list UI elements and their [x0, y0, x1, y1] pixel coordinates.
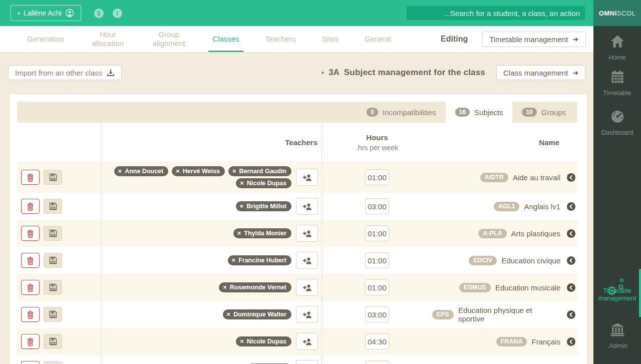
- save-subject-button[interactable]: [44, 361, 62, 364]
- chevron-left-icon[interactable]: [567, 283, 575, 292]
- hours-input[interactable]: [365, 198, 389, 214]
- save-subject-button[interactable]: [44, 199, 62, 214]
- chevron-left-icon[interactable]: [567, 229, 575, 238]
- name-column-header: Name: [432, 123, 577, 162]
- remove-teacher-icon[interactable]: ×: [227, 310, 231, 318]
- save-subject-button[interactable]: [44, 170, 62, 185]
- nav-tab-generation[interactable]: Generation: [14, 26, 77, 52]
- delete-subject-button[interactable]: [21, 280, 40, 295]
- save-subject-button[interactable]: [44, 334, 62, 349]
- currency-icon[interactable]: $: [94, 9, 104, 18]
- save-subject-button[interactable]: [44, 280, 62, 295]
- sidebar-item-timetable[interactable]: Timetable: [593, 70, 641, 97]
- nav-tab-group-alignment[interactable]: Group alignment: [138, 26, 199, 52]
- delete-subject-button[interactable]: [21, 226, 40, 241]
- save-icon: [49, 310, 57, 318]
- remove-teacher-icon[interactable]: ×: [240, 337, 244, 345]
- remove-teacher-icon[interactable]: ×: [237, 229, 241, 237]
- hours-input[interactable]: [365, 279, 389, 295]
- delete-subject-button[interactable]: [21, 334, 40, 349]
- teacher-tag[interactable]: ×Anne Doucet: [114, 166, 169, 176]
- chevron-left-icon[interactable]: [567, 202, 575, 211]
- delete-subject-button[interactable]: [21, 361, 40, 364]
- nav-tab-classes[interactable]: Classes: [199, 26, 252, 52]
- remove-teacher-icon[interactable]: ×: [232, 167, 236, 175]
- teacher-tag[interactable]: ×Francine Hubert: [228, 255, 291, 265]
- save-subject-button[interactable]: [44, 253, 62, 268]
- save-icon: [49, 283, 57, 291]
- class-management-button[interactable]: Class management ➔: [496, 65, 585, 80]
- teacher-tags: ×Rosemonde Vernet: [219, 282, 291, 292]
- sidebar-item-home[interactable]: Home: [593, 35, 641, 62]
- nav-tab-hour-allocation[interactable]: Hour allocation: [77, 26, 138, 52]
- bank-icon: [610, 323, 625, 338]
- arrow-right-icon: ➔: [572, 35, 578, 43]
- user-menu-button[interactable]: ▾ Lallène Achi: [11, 5, 81, 21]
- sidebar-item-timetable-management[interactable]: ⚙⚙⚙ Timetable management: [593, 269, 641, 317]
- module-nav-bar: GenerationHour allocationGroup alignment…: [0, 26, 593, 53]
- delete-subject-button[interactable]: [21, 307, 40, 322]
- nav-tab-teachers[interactable]: Teachers: [252, 26, 309, 52]
- tab-subjects[interactable]: 16 Subjects: [446, 102, 513, 123]
- add-teacher-button[interactable]: [296, 279, 318, 296]
- hours-input[interactable]: [365, 169, 389, 185]
- tab-incompatibilities[interactable]: 0 Incompatibilities: [357, 102, 445, 123]
- remove-teacher-icon[interactable]: ×: [240, 202, 244, 210]
- add-teacher-button[interactable]: [296, 169, 318, 186]
- class-select-caret-icon[interactable]: ▾: [322, 70, 325, 76]
- add-user-icon: [302, 310, 312, 319]
- delete-subject-button[interactable]: [21, 253, 40, 268]
- teacher-name: Bernard Gaudin: [239, 168, 286, 175]
- save-subject-button[interactable]: [44, 307, 62, 322]
- hours-input[interactable]: [365, 306, 389, 322]
- save-subject-button[interactable]: [44, 226, 62, 241]
- hours-input[interactable]: [365, 225, 389, 241]
- teacher-tag[interactable]: ×Rosemonde Vernet: [219, 282, 291, 292]
- info-icon[interactable]: i: [113, 9, 122, 18]
- nav-tab-sites[interactable]: Sites: [308, 26, 351, 52]
- add-teacher-button[interactable]: [296, 333, 318, 350]
- subject-row: ×Francine Hubert EDCIV Education civique: [17, 247, 577, 274]
- download-icon: [107, 69, 115, 77]
- import-from-class-button[interactable]: Import from an other class: [8, 65, 122, 80]
- add-teacher-button[interactable]: [296, 306, 318, 323]
- delete-subject-button[interactable]: [21, 199, 40, 214]
- add-teacher-button[interactable]: [296, 225, 318, 242]
- timetable-management-button[interactable]: Timetable management ➔: [482, 32, 586, 47]
- teacher-tag[interactable]: ×Dominique Walter: [223, 309, 291, 319]
- chevron-left-icon[interactable]: [567, 310, 575, 319]
- remove-teacher-icon[interactable]: ×: [223, 283, 227, 291]
- teacher-tags: ×Dominique Walter: [223, 309, 291, 319]
- teacher-tag[interactable]: ×Hervé Weiss: [172, 166, 225, 176]
- tab-groups[interactable]: 10 Groups: [512, 102, 575, 123]
- remove-teacher-icon[interactable]: ×: [232, 256, 236, 264]
- chevron-left-icon[interactable]: [567, 256, 575, 265]
- trash-icon: [27, 256, 34, 265]
- hours-input[interactable]: [365, 252, 389, 268]
- remove-teacher-icon[interactable]: ×: [176, 167, 180, 175]
- teacher-tag[interactable]: ×Nicole Dupas: [236, 178, 291, 188]
- remove-teacher-icon[interactable]: ×: [240, 179, 244, 187]
- add-teacher-button[interactable]: [296, 252, 318, 269]
- teacher-tag[interactable]: ×Nicole Dupas: [236, 336, 291, 346]
- hours-column-header: Hours .hrs per week: [322, 123, 432, 162]
- search-input[interactable]: [407, 6, 585, 20]
- teacher-tag[interactable]: ×Thylda Monier: [233, 228, 291, 238]
- teacher-tags: ×Anne Doucet×Hervé Weiss×Bernard Gaudin×…: [114, 166, 291, 188]
- chevron-left-icon[interactable]: [567, 173, 575, 182]
- tab-count-badge: 10: [522, 108, 536, 117]
- sidebar-item-admin[interactable]: .Admin: [593, 323, 641, 350]
- remove-teacher-icon[interactable]: ×: [118, 167, 122, 175]
- chevron-left-icon[interactable]: [567, 337, 575, 346]
- hours-input[interactable]: [365, 333, 389, 349]
- add-teacher-button[interactable]: [296, 360, 318, 364]
- subject-code-badge: EDMUS: [459, 283, 491, 292]
- nav-tab-general[interactable]: General: [352, 26, 404, 52]
- hours-input[interactable]: [365, 360, 389, 364]
- top-header-bar: ▾ Lallène Achi $ i: [0, 0, 593, 26]
- add-teacher-button[interactable]: [296, 198, 318, 215]
- delete-subject-button[interactable]: [21, 170, 40, 185]
- sidebar-item-dashboard[interactable]: Dashboard: [593, 110, 641, 137]
- teacher-tag[interactable]: ×Bernard Gaudin: [228, 166, 291, 176]
- teacher-tag[interactable]: ×Brigitte Millot: [236, 201, 291, 211]
